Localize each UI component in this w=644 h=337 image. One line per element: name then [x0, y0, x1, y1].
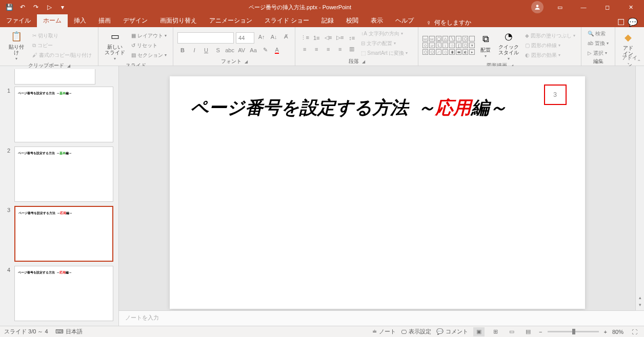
columns-icon[interactable]: ▥ — [347, 45, 357, 54]
shapes-gallery[interactable]: ▭▭◯△╲↑⬡ ◇▱L↓☆{⬠▾ ⬡⬠⟋⬯⬮⬬◐▸ — [422, 36, 475, 55]
reset-button[interactable]: ↺リセット — [129, 41, 169, 50]
thumbnail-row[interactable]: 2ページ番号を設定する方法～基本編～ — [0, 144, 118, 204]
increase-indent-icon[interactable]: ▷≡ — [335, 33, 345, 43]
underline-icon[interactable]: U — [201, 46, 211, 55]
tab-design[interactable]: デザイン — [117, 14, 154, 27]
notes-pane[interactable]: ノートを入力 — [119, 310, 644, 326]
increase-font-icon[interactable]: A↑ — [256, 32, 267, 41]
quick-styles-button[interactable]: ◔ クイック スタイル ▾ — [496, 29, 521, 62]
tab-slideshow[interactable]: スライド ショー — [258, 14, 315, 27]
arrange-button[interactable]: ⧉ 配置 ▾ — [477, 32, 494, 59]
account-icon[interactable] — [531, 1, 544, 13]
align-right-icon[interactable]: ≡ — [323, 45, 333, 54]
prev-slide-icon[interactable]: ▴ — [639, 295, 641, 300]
tab-transitions[interactable]: 画面切り替え — [154, 14, 203, 27]
maximize-button[interactable]: ◻ — [596, 0, 618, 14]
thumbnail-row[interactable]: 4ページ番号を設定する方法～応用編～ — [0, 264, 118, 324]
minimize-button[interactable]: — — [572, 0, 595, 14]
tab-file[interactable]: ファイル — [0, 14, 37, 27]
canvas-area[interactable]: 3 ページ番号を設定する方法 ～応用編～ — [119, 66, 635, 310]
slide-thumbnails-panel[interactable]: 1ページ番号を設定する方法～基本編～2ページ番号を設定する方法～基本編～3ページ… — [0, 66, 119, 326]
cut-button[interactable]: ✂切り取り — [30, 31, 94, 40]
qat-dropdown[interactable]: ▾ — [56, 1, 69, 13]
thumbnail-row[interactable]: 1ページ番号を設定する方法～基本編～ — [0, 85, 118, 144]
next-slide-icon[interactable]: ▾ — [639, 302, 641, 307]
language-indicator[interactable]: ⌨日本語 — [55, 328, 83, 335]
addins-button[interactable]: ◆ アド イン — [619, 30, 637, 57]
bullets-icon[interactable]: ⋮≡ — [299, 33, 310, 43]
highlight-icon[interactable]: ✎ — [260, 46, 270, 55]
slide-thumbnail[interactable]: ページ番号を設定する方法～応用編～ — [14, 206, 113, 262]
zoom-out-button[interactable]: − — [539, 329, 542, 335]
decrease-indent-icon[interactable]: ◁≡ — [323, 33, 333, 43]
paste-button[interactable]: 📋 貼り付け ▾ — [4, 29, 28, 62]
shape-effects-button[interactable]: ◐図形の効果▾ — [523, 51, 577, 60]
align-text-button[interactable]: ⊟文字の配置▾ — [359, 39, 410, 48]
page-number-placeholder[interactable]: 3 — [544, 85, 567, 105]
font-size-combo[interactable]: 44 — [236, 32, 254, 44]
zoom-in-button[interactable]: + — [604, 329, 607, 335]
close-button[interactable]: ✕ — [619, 0, 642, 14]
shape-fill-button[interactable]: ◆図形の塗りつぶし▾ — [523, 31, 577, 40]
shape-outline-button[interactable]: ▢図形の枠線▾ — [523, 41, 577, 50]
justify-icon[interactable]: ≡ — [335, 45, 345, 54]
slide-title[interactable]: ページ番号を設定する方法 ～応用編～ — [190, 96, 565, 120]
numbering-icon[interactable]: 1≡ — [311, 33, 321, 43]
comments-button[interactable]: 💬コメント — [436, 328, 468, 335]
new-slide-button[interactable]: ▭ 新しい スライド ▾ — [103, 29, 127, 62]
font-family-combo[interactable] — [177, 32, 234, 44]
layout-button[interactable]: ▦レイアウト▾ — [129, 31, 169, 40]
section-button[interactable]: ▤セクション▾ — [129, 51, 169, 60]
convert-smartart-button[interactable]: ⬚SmartArt に変換▾ — [359, 49, 410, 58]
font-color-icon[interactable]: A — [272, 46, 282, 55]
tab-animations[interactable]: アニメーション — [203, 14, 258, 27]
tab-help[interactable]: ヘルプ — [389, 14, 420, 27]
tab-draw[interactable]: 描画 — [92, 14, 117, 27]
find-button[interactable]: 🔍検索 — [586, 29, 611, 38]
font-dialog-launcher[interactable]: ◢ — [245, 59, 248, 64]
line-spacing-icon[interactable]: ↕≡ — [347, 33, 357, 43]
slide-sorter-view-icon[interactable]: ⊞ — [490, 327, 501, 336]
normal-view-icon[interactable]: ▣ — [473, 327, 485, 336]
tab-view[interactable]: 表示 — [365, 14, 389, 27]
reading-view-icon[interactable]: ▭ — [506, 327, 517, 336]
slide-canvas[interactable]: 3 ページ番号を設定する方法 ～応用編～ — [170, 76, 585, 309]
italic-icon[interactable]: I — [189, 46, 199, 55]
redo-button[interactable]: ↷ — [30, 1, 42, 13]
notes-toggle[interactable]: ≐ノート — [372, 328, 396, 335]
tab-record[interactable]: 記録 — [315, 14, 340, 27]
shadow-icon[interactable]: abc — [225, 46, 235, 55]
undo-button[interactable]: ↶ — [16, 1, 29, 13]
save-button[interactable]: 💾 — [3, 1, 15, 13]
slideshow-start-button[interactable]: ▷ — [43, 1, 55, 13]
zoom-slider-thumb[interactable] — [572, 329, 575, 334]
thumbnail-overflow[interactable] — [14, 69, 95, 85]
bold-icon[interactable]: B — [177, 46, 188, 55]
tab-insert[interactable]: 挿入 — [68, 14, 92, 27]
vertical-scrollbar[interactable]: ▴ ▾ — [635, 66, 644, 310]
slide-thumbnail[interactable]: ページ番号を設定する方法～基本編～ — [14, 146, 113, 202]
ribbon-display-options[interactable]: ▭ — [549, 0, 571, 14]
text-direction-button[interactable]: ↕A文字列の方向▾ — [359, 29, 410, 38]
format-painter-button[interactable]: 🖌書式のコピー/貼り付け — [30, 51, 94, 60]
align-center-icon[interactable]: ≡ — [311, 45, 321, 54]
thumbnail-row[interactable]: 3ページ番号を設定する方法～応用編～ — [0, 204, 118, 264]
clear-formatting-icon[interactable]: A̸ — [281, 32, 291, 41]
tab-review[interactable]: 校閲 — [340, 14, 365, 27]
tab-home[interactable]: ホーム — [37, 14, 68, 27]
display-settings-button[interactable]: 🖵表示設定 — [401, 328, 431, 335]
replace-button[interactable]: ab置換▾ — [586, 39, 611, 48]
strikethrough-icon[interactable]: S — [213, 46, 223, 55]
char-spacing-icon[interactable]: AV — [236, 46, 247, 55]
copy-button[interactable]: ⧉コピー — [30, 41, 94, 50]
change-case-icon[interactable]: Aa — [248, 46, 258, 55]
zoom-slider[interactable] — [548, 331, 599, 332]
comments-icon[interactable]: 💬 — [628, 17, 638, 27]
slide-thumbnail[interactable]: ページ番号を設定する方法～基本編～ — [14, 87, 113, 142]
tell-me-search[interactable]: ♀ 何をしますか — [420, 18, 477, 27]
select-button[interactable]: ▷選択▾ — [586, 49, 611, 58]
fit-to-window-icon[interactable]: ⛶ — [629, 327, 640, 336]
slide-counter[interactable]: スライド 3/0 ～ 4 — [4, 328, 48, 335]
align-left-icon[interactable]: ≡ — [299, 45, 310, 54]
decrease-font-icon[interactable]: A↓ — [269, 32, 279, 41]
